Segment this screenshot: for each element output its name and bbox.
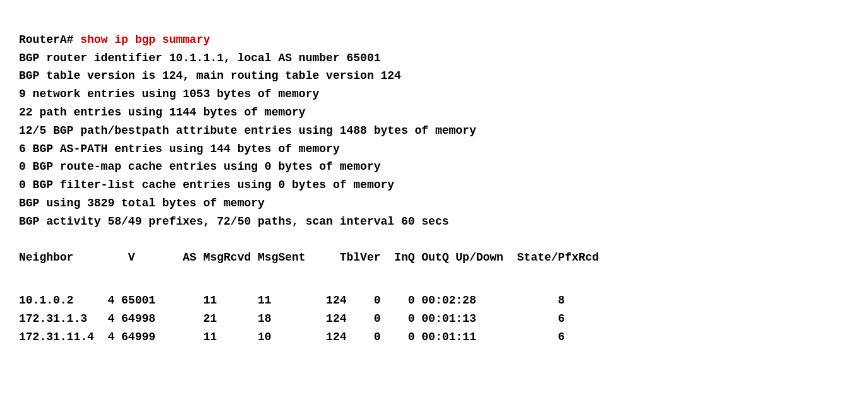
line-10: BGP activity 58/49 prefixes, 72/50 paths… (19, 215, 449, 228)
neighbor-row-2: 172.31.1.3 4 64998 21 18 124 0 0 00:01:1… (19, 312, 565, 325)
line-3: 9 network entries using 1053 bytes of me… (19, 88, 319, 100)
command: show ip bgp summary (80, 33, 210, 46)
neighbor-table: 10.1.0.2 4 65001 11 11 124 0 0 00:02:28 … (19, 292, 849, 346)
line-4: 22 path entries using 1144 bytes of memo… (19, 106, 306, 119)
line-2: BGP table version is 124, main routing t… (19, 69, 401, 82)
neighbor-row-1: 10.1.0.2 4 65001 11 11 124 0 0 00:02:28 … (19, 294, 565, 307)
terminal-output: RouterA# show ip bgp summary BGP router … (19, 13, 849, 285)
neighbor-header: Neighbor V AS MsgRcvd MsgSent TblVer InQ… (19, 251, 599, 264)
line-6: 6 BGP AS-PATH entries using 144 bytes of… (19, 143, 340, 155)
line-1: BGP router identifier 10.1.1.1, local AS… (19, 52, 381, 64)
line-5: 12/5 BGP path/bestpath attribute entries… (19, 124, 476, 137)
prompt: RouterA# (19, 33, 80, 46)
line-8: 0 BGP filter-list cache entries using 0 … (19, 179, 394, 191)
neighbor-rows: 10.1.0.2 4 65001 11 11 124 0 0 00:02:28 … (19, 292, 849, 346)
line-7: 0 BGP route-map cache entries using 0 by… (19, 160, 381, 173)
line-9: BGP using 3829 total bytes of memory (19, 197, 265, 209)
neighbor-row-3: 172.31.11.4 4 64999 11 10 124 0 0 00:01:… (19, 331, 565, 343)
